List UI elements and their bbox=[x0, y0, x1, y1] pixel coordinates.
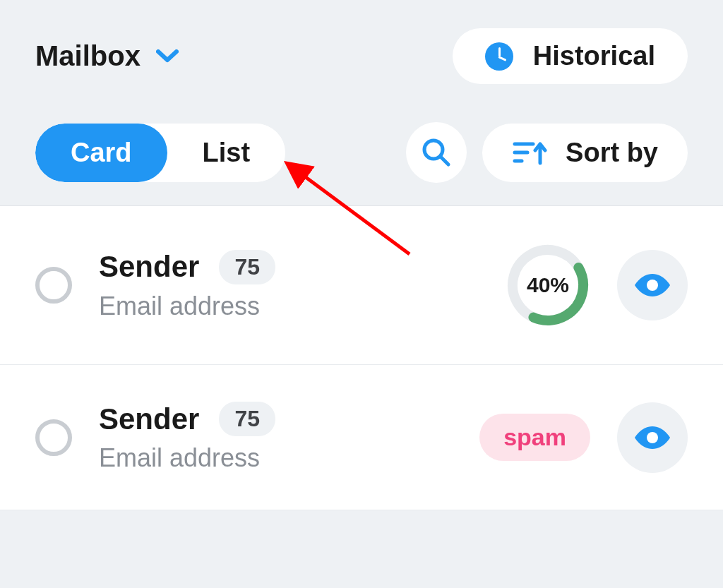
progress-label: 40% bbox=[527, 273, 569, 297]
sender-name: Sender bbox=[99, 250, 199, 284]
svg-point-8 bbox=[647, 280, 658, 291]
svg-line-1 bbox=[441, 157, 448, 164]
svg-point-9 bbox=[647, 432, 658, 443]
item-main: Sender 75 Email address bbox=[99, 402, 275, 473]
sort-icon bbox=[512, 138, 547, 167]
search-icon bbox=[422, 138, 451, 167]
list-item[interactable]: Sender 75 Email address spam bbox=[0, 365, 723, 510]
search-button[interactable] bbox=[406, 122, 467, 183]
sender-list: Sender 75 Email address 40% Sender 7 bbox=[0, 205, 723, 510]
sender-row: Sender 75 bbox=[99, 402, 275, 436]
list-item[interactable]: Sender 75 Email address 40% bbox=[0, 206, 723, 365]
email-address: Email address bbox=[99, 292, 275, 321]
sort-label: Sort by bbox=[566, 138, 658, 168]
tab-list-label: List bbox=[203, 138, 251, 167]
mailbox-label: Mailbox bbox=[35, 40, 141, 72]
count-badge: 75 bbox=[219, 250, 275, 284]
eye-icon bbox=[633, 271, 672, 299]
item-main: Sender 75 Email address bbox=[99, 250, 275, 321]
view-button[interactable] bbox=[617, 402, 688, 473]
count-badge: 75 bbox=[219, 402, 275, 436]
view-button[interactable] bbox=[617, 250, 688, 320]
view-toggle: Card List bbox=[35, 124, 285, 182]
tab-list[interactable]: List bbox=[167, 124, 286, 182]
select-radio[interactable] bbox=[35, 267, 72, 304]
chevron-down-icon bbox=[156, 49, 179, 64]
tab-card[interactable]: Card bbox=[35, 124, 167, 182]
toolbar: Card List Sort by bbox=[0, 105, 723, 205]
tab-card-label: Card bbox=[71, 138, 132, 167]
sort-button[interactable]: Sort by bbox=[482, 124, 688, 182]
mailbox-dropdown[interactable]: Mailbox bbox=[35, 40, 179, 72]
progress-ring: 40% bbox=[506, 243, 590, 328]
eye-icon bbox=[633, 424, 672, 452]
email-address: Email address bbox=[99, 443, 275, 473]
clock-icon bbox=[485, 42, 513, 71]
header: Mailbox Historical bbox=[0, 0, 723, 105]
historical-label: Historical bbox=[533, 41, 655, 71]
sender-row: Sender 75 bbox=[99, 250, 275, 284]
historical-button[interactable]: Historical bbox=[453, 28, 688, 84]
sender-name: Sender bbox=[99, 402, 199, 436]
select-radio[interactable] bbox=[35, 419, 72, 456]
spam-badge: spam bbox=[479, 414, 590, 461]
